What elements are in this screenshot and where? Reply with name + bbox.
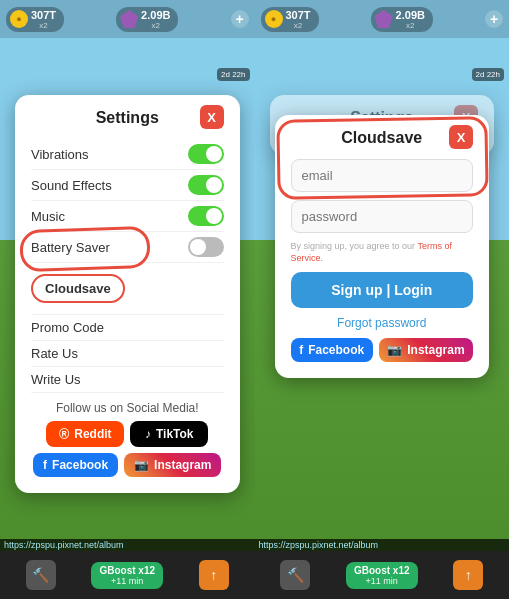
- boost-time-right: +11 min: [354, 576, 410, 586]
- social-section: Follow us on Social Media! ® Reddit ♪ Ti…: [31, 401, 224, 477]
- boost-time: +11 min: [99, 576, 155, 586]
- sound-effects-row: Sound Effects: [31, 170, 224, 201]
- login-instagram-icon: 📷: [387, 343, 402, 357]
- login-facebook-label: Facebook: [308, 343, 364, 357]
- login-facebook-icon: f: [299, 343, 303, 357]
- gem-icon-right: [375, 10, 393, 28]
- write-us-label: Write Us: [31, 372, 81, 387]
- settings-modal: Settings X Vibrations Sound Effects Musi…: [15, 95, 240, 493]
- boost-badge-right[interactable]: GBoost x12 +11 min: [346, 562, 418, 589]
- sound-effects-toggle[interactable]: [188, 175, 224, 195]
- up-arrow-icon[interactable]: ↑: [199, 560, 229, 590]
- coin-display: ● 307T x2: [6, 7, 64, 32]
- url-bar: https://zpspu.pixnet.net/album: [0, 539, 255, 551]
- tiktok-button[interactable]: ♪ TikTok: [130, 421, 208, 447]
- music-toggle[interactable]: [188, 206, 224, 226]
- promo-row: Promo Code: [31, 315, 224, 341]
- login-close-button[interactable]: X: [449, 125, 473, 149]
- facebook-icon: f: [43, 458, 47, 472]
- tiktok-icon: ♪: [145, 427, 151, 441]
- gem-value: 2.09B: [141, 9, 170, 21]
- plus-button[interactable]: +: [231, 10, 249, 28]
- coin-value: 307T: [31, 9, 56, 21]
- hud-bar-right: ● 307T x2 2.09B x2 +: [255, 0, 510, 38]
- vibrations-row: Vibrations: [31, 139, 224, 170]
- instagram-label: Instagram: [154, 458, 211, 472]
- email-field[interactable]: [291, 159, 474, 192]
- login-modal-title: Cloudsave: [341, 129, 422, 147]
- coin-value-right: 307T: [286, 9, 311, 21]
- hammer-icon[interactable]: 🔨: [26, 560, 56, 590]
- gem-display: 2.09B x2: [116, 7, 178, 32]
- bottom-bar-right: 🔨 GBoost x12 +11 min ↑: [255, 551, 510, 599]
- time-badge: 2d 22h: [217, 68, 249, 81]
- gem-icon: [120, 10, 138, 28]
- coin-icon-right: ●: [265, 10, 283, 28]
- vibrations-label: Vibrations: [31, 147, 89, 162]
- login-instagram-button[interactable]: 📷 Instagram: [379, 338, 473, 362]
- x2-label: x2: [31, 21, 56, 30]
- bottom-bar: 🔨 GBoost x12 +11 min ↑: [0, 551, 255, 599]
- rate-row[interactable]: Rate Us: [31, 341, 224, 367]
- right-panel: ● 307T x2 2.09B x2 + 2d 22h Settings X C…: [255, 0, 510, 599]
- gem-x2-label: x2: [141, 21, 170, 30]
- login-modal-header: Cloudsave X: [291, 129, 474, 147]
- social-title: Follow us on Social Media!: [31, 401, 224, 415]
- url-bar-right: https://zpspu.pixnet.net/album: [255, 539, 510, 551]
- reddit-button[interactable]: ® Reddit: [46, 421, 124, 447]
- hammer-icon-right[interactable]: 🔨: [280, 560, 310, 590]
- promo-label: Promo Code: [31, 320, 104, 335]
- cloudsave-button[interactable]: Cloudsave: [31, 274, 125, 303]
- close-button[interactable]: X: [200, 105, 224, 129]
- coin-icon: ●: [10, 10, 28, 28]
- battery-toggle[interactable]: [188, 237, 224, 257]
- music-row: Music: [31, 201, 224, 232]
- hud-bar: ● 307T x2 2.09B x2 +: [0, 0, 255, 38]
- left-panel: ● 307T x2 2.09B x2 + 2d 22h Settings X V…: [0, 0, 255, 599]
- rate-us-label: Rate Us: [31, 346, 78, 361]
- gem-value-right: 2.09B: [396, 9, 425, 21]
- social-buttons: ® Reddit ♪ TikTok f Facebook 📷 Instagram: [31, 421, 224, 477]
- up-arrow-icon-right[interactable]: ↑: [453, 560, 483, 590]
- modal-header: Settings X: [31, 109, 224, 127]
- plus-button-right[interactable]: +: [485, 10, 503, 28]
- signup-button[interactable]: Sign up | Login: [291, 272, 474, 308]
- vibrations-toggle[interactable]: [188, 144, 224, 164]
- gem-display-right: 2.09B x2: [371, 7, 433, 32]
- terms-text: By signing up, you agree to our Terms of…: [291, 241, 474, 264]
- music-label: Music: [31, 209, 65, 224]
- tiktok-label: TikTok: [156, 427, 194, 441]
- time-badge-right: 2d 22h: [472, 68, 504, 81]
- sound-effects-label: Sound Effects: [31, 178, 112, 193]
- boost-label-right: GBoost x12: [354, 565, 410, 576]
- password-field[interactable]: [291, 200, 474, 233]
- boost-label: GBoost x12: [99, 565, 155, 576]
- modal-title: Settings: [96, 109, 159, 127]
- battery-label: Battery Saver: [31, 240, 110, 255]
- login-facebook-button[interactable]: f Facebook: [291, 338, 373, 362]
- facebook-button[interactable]: f Facebook: [33, 453, 118, 477]
- modal-social-buttons: f Facebook 📷 Instagram: [291, 338, 474, 362]
- write-row[interactable]: Write Us: [31, 367, 224, 393]
- reddit-label: Reddit: [74, 427, 111, 441]
- x2-label-right: x2: [286, 21, 311, 30]
- instagram-icon: 📷: [134, 458, 149, 472]
- boost-badge[interactable]: GBoost x12 +11 min: [91, 562, 163, 589]
- coin-display-right: ● 307T x2: [261, 7, 319, 32]
- login-modal: Cloudsave X By signing up, you agree to …: [275, 115, 490, 378]
- instagram-button[interactable]: 📷 Instagram: [124, 453, 221, 477]
- reddit-icon: ®: [59, 426, 69, 442]
- gem-x2-label-right: x2: [396, 21, 425, 30]
- battery-row: Battery Saver: [31, 232, 224, 263]
- facebook-label: Facebook: [52, 458, 108, 472]
- forgot-password-link[interactable]: Forgot password: [291, 316, 474, 330]
- login-instagram-label: Instagram: [407, 343, 464, 357]
